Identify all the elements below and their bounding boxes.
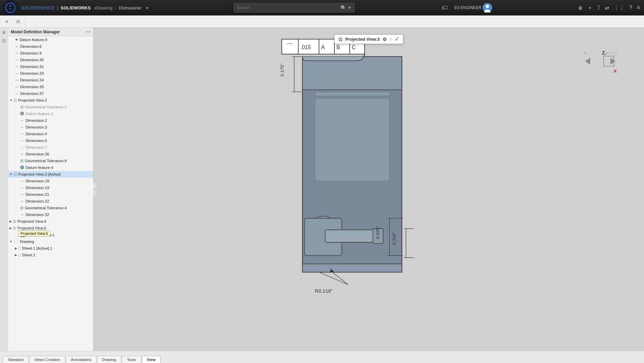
panel-icon2[interactable]: ⊡ — [13, 17, 24, 26]
dim-icon: ↔ — [20, 212, 24, 217]
tab-annotations[interactable]: Annotations — [66, 356, 96, 363]
tree-item-dimension-35[interactable]: ↔ Dimension.35 — [8, 83, 93, 90]
apps-icon[interactable]: ⋮⋮ — [612, 3, 626, 12]
view-icon-active: ⊡ — [13, 172, 17, 177]
expand-arrow-pv5[interactable]: ▶ — [9, 226, 12, 230]
tree-item-sheet-1[interactable]: ▶ □ Sheet.1 [Active].1 — [8, 245, 93, 252]
tree-item-datum-feature-9[interactable]: ✷ Datum feature.9 — [8, 36, 93, 43]
tab-tools[interactable]: Tools — [122, 356, 141, 363]
projected-view-badge: ⊡ Projected View.3 ⚙ ↑ ✓ — [334, 34, 403, 44]
tree-item-geom-tol-8[interactable]: ⊞ Geometrical Tolerance.8 — [8, 157, 93, 164]
tree-item-projected-view-4[interactable]: ▶ ⊡ Projected View.4 — [8, 218, 93, 225]
badge-orient-icon[interactable]: ↑ — [390, 37, 392, 42]
more-icon[interactable]: ≡ — [636, 3, 641, 12]
compass-icon[interactable]: ⊕ — [577, 3, 584, 12]
search-bar[interactable]: 🔍 ▼ — [234, 3, 355, 12]
svg-text:✕: ✕ — [613, 69, 617, 74]
tree-item-dimension-3[interactable]: ↔ Dimension.3 — [8, 124, 93, 131]
svg-text:⌒: ⌒ — [286, 42, 293, 51]
tree-item-datum-feature-1[interactable]: 🅐 Datum feature.1 — [8, 110, 93, 117]
tree-item-dimension-30[interactable]: ↔ Dimension.30 — [8, 57, 93, 63]
svg-text:B: B — [336, 44, 340, 50]
tab-standard[interactable]: Standard — [3, 356, 29, 363]
svg-text:EXP: EXP — [9, 8, 12, 10]
tree-item-projected-view-2[interactable]: ▼ ⊡ Projected View.2 — [8, 97, 93, 104]
tree-item-projected-view-5[interactable]: ▶ ⊡ Projected View.5 — [8, 225, 93, 231]
tree-item-drawing[interactable]: ▼ 📄 Drawing — [8, 238, 93, 245]
share-icon[interactable]: ⤴ — [596, 3, 601, 12]
projected-view-label: Projected View.3 — [345, 37, 380, 42]
tree-item-dimension-2[interactable]: ↔ Dimension.2 — [8, 117, 93, 124]
drawing-canvas[interactable]: ⌒ .015 A B C 3 — [93, 28, 644, 351]
user-info: Ed ENGINEER — [454, 3, 492, 12]
tree-item-projected-view-3[interactable]: ▼ ⊡ Projected View.3 [Active] — [8, 171, 93, 178]
tree-item-dimension-32[interactable]: ↔ Dimension.32 — [8, 211, 93, 218]
panel-toggle-btn[interactable]: ≡ — [1, 17, 12, 26]
badge-settings-icon[interactable]: ⚙ — [383, 37, 387, 42]
panel-more-btn[interactable]: ⋯ — [86, 29, 90, 35]
tree-item-datum-feature-4[interactable]: 🅐 Datum feature.4 — [8, 164, 93, 171]
tree-item-dimension-5[interactable]: ↔ Dimension.5 — [8, 137, 93, 144]
tree-item-dimension-22[interactable]: ↔ Dimension.22 — [8, 198, 93, 205]
dim-icon: ↔ — [15, 78, 19, 82]
left-strip-icon-2[interactable]: ⊡ — [1, 38, 6, 44]
search-icon: 🔍 — [340, 5, 346, 10]
svg-text:‹: ‹ — [584, 49, 586, 56]
tree-item-isometric-view-1[interactable]: ⬛ Isometric View.1 — [8, 231, 93, 238]
svg-marker-7 — [610, 58, 615, 65]
tree-item-dimension-9[interactable]: ↔ Dimension.9 — [8, 50, 93, 57]
tab-view[interactable]: View — [142, 356, 161, 363]
tree-item-dimension-31[interactable]: ↔ Dimension.31 — [8, 63, 93, 70]
gtol-icon: ⊞ — [20, 206, 24, 210]
tree-item-dimension-19[interactable]: ↔ Dimension.19 — [8, 184, 93, 191]
dim-icon: ↔ — [15, 84, 19, 89]
tree-item-dimension-33[interactable]: ↔ Dimension.33 — [8, 70, 93, 77]
tree-item-sheet-2[interactable]: ▶ □ Sheet.2 — [8, 252, 93, 258]
main-layout: ≡ ⊡ Model Definition Manager ⋯ ✷ Datum f… — [0, 28, 644, 351]
badge-confirm-icon[interactable]: ✓ — [395, 36, 399, 42]
dim-icon: ↔ — [20, 152, 24, 156]
tab-views-creation[interactable]: Views Creation — [29, 356, 65, 363]
bottom-tabs: Standard Views Creation Annotations Draw… — [0, 351, 644, 363]
expand-arrow-drawing[interactable]: ▼ — [9, 240, 12, 243]
tree-item-dimension-34[interactable]: ↔ Dimension.34 — [8, 77, 93, 83]
app-logo[interactable]: 3D EXP — [3, 0, 18, 15]
tree-container[interactable]: ✷ Datum feature.9 ↔ Dimension.6 ↔ Dimens… — [8, 36, 93, 351]
svg-text:0.175": 0.175" — [280, 63, 285, 76]
left-strip-icon-1[interactable]: ≡ — [2, 29, 6, 36]
panel-collapse-btn[interactable]: ‹ — [93, 183, 97, 196]
panel-title: Model Definition Manager — [11, 30, 60, 34]
tree-item-dimension-7[interactable]: ↔ Dimension.7 — [8, 144, 93, 151]
tree-item-dimension-18[interactable]: ↔ Dimension.18 — [8, 178, 93, 184]
expand-arrow-pv4[interactable]: ▶ — [9, 220, 12, 223]
expand-arrow-sheet1[interactable]: ▶ — [15, 247, 17, 250]
connect-icon[interactable]: ⇄ — [603, 3, 610, 12]
add-icon[interactable]: ＋ — [586, 3, 594, 13]
dim-icon: ↔ — [20, 192, 24, 197]
tree-item-geom-tol-4[interactable]: ⊞ Geometrical Tolerance.4 — [8, 205, 93, 211]
dim-icon: ✷ — [15, 37, 18, 42]
tree-item-dimension-4[interactable]: ↔ Dimension.4 — [8, 131, 93, 137]
dim-icon: ↔ — [20, 118, 24, 123]
user-avatar[interactable] — [483, 3, 492, 12]
svg-point-4 — [486, 5, 489, 8]
svg-rect-36 — [325, 230, 375, 242]
tree-item-geom-tol-1[interactable]: ⊞ Geometrical Tolerance.1 — [8, 104, 93, 110]
search-dropdown-icon[interactable]: ▼ — [348, 5, 352, 10]
tree-item-dimension-6[interactable]: ↔ Dimension.6 — [8, 43, 93, 50]
tree-item-dimension-21[interactable]: ↔ Dimension.21 — [8, 191, 93, 198]
expand-arrow-pv2[interactable]: ▼ — [9, 99, 12, 102]
tree-item-dimension-36[interactable]: ↔ Dimension.36 — [8, 151, 93, 157]
isometric-icon: ⬛ — [20, 232, 25, 237]
tab-drawing[interactable]: Drawing — [97, 356, 121, 363]
search-input[interactable] — [237, 5, 340, 10]
app-title: 3DEXPERIENCE | SOLIDWORKS xDrawing - Dis… — [21, 5, 149, 10]
view-icon: ⊡ — [13, 226, 16, 230]
main-toolbar: ≡ ⊡ — [0, 15, 644, 28]
expand-arrow-pv3[interactable]: ▼ — [9, 173, 12, 176]
tree-item-dimension-37[interactable]: ↔ Dimension.37 — [8, 90, 93, 97]
canvas-area[interactable]: ⊡ Projected View.3 ⚙ ↑ ✓ Z ✕ — [93, 28, 644, 351]
bookmark-icon[interactable]: 🏷 — [442, 4, 448, 11]
help-icon[interactable]: ? — [628, 3, 634, 12]
expand-arrow-sheet2[interactable]: ▶ — [15, 253, 17, 257]
